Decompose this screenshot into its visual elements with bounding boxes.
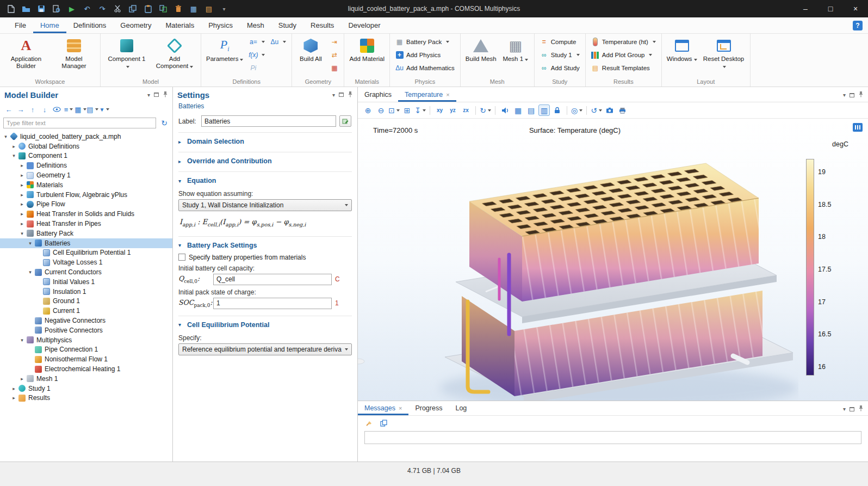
cut-icon[interactable] xyxy=(111,2,124,15)
tree-item-positive-connectors[interactable]: Positive Connectors xyxy=(0,325,172,335)
tree-item-heat-transfer-in-solids-and-fluids[interactable]: ▸Heat Transfer in Solids and Fluids xyxy=(0,209,172,219)
specify-dropdown[interactable]: Reference equilibrium potential and temp… xyxy=(178,343,352,355)
tree-chevron-icon[interactable]: ▸ xyxy=(18,376,26,382)
close-tab-icon[interactable]: × xyxy=(399,405,402,411)
tree-item-materials[interactable]: ▸Materials xyxy=(0,180,172,190)
filter-menu-icon[interactable]: ▼ xyxy=(99,104,110,115)
view-yz-icon[interactable]: yz xyxy=(447,104,458,116)
refresh-icon[interactable]: ↻ xyxy=(159,118,169,128)
build-all-button[interactable]: Build All xyxy=(295,35,326,63)
lock-axes-icon[interactable] xyxy=(551,104,563,116)
undo-icon[interactable]: ↶ xyxy=(80,2,94,15)
back-icon[interactable]: ← xyxy=(3,104,14,115)
soc-input[interactable] xyxy=(213,298,332,309)
application-builder-button[interactable]: A Application Builder xyxy=(3,35,49,70)
temperature-plot-button[interactable]: Temperature (ht) xyxy=(588,35,659,48)
tree-item-negative-connectors[interactable]: Negative Connectors xyxy=(0,316,172,325)
add-study-button[interactable]: ∞Add Study xyxy=(537,61,582,75)
messages-output-box[interactable] xyxy=(364,431,861,444)
menu-home[interactable]: Home xyxy=(33,17,66,33)
tree-item-ground-1[interactable]: Ground 1 xyxy=(0,297,172,306)
legend-settings-icon[interactable] xyxy=(853,123,863,132)
node-grid-menu-icon[interactable]: ▦ xyxy=(75,104,86,115)
float-panel-icon[interactable] xyxy=(850,407,854,411)
section-header-cell-equilibrium-potential[interactable]: ▾ Cell Equilibrium Potential xyxy=(178,319,352,331)
copy-icon[interactable] xyxy=(126,2,139,15)
add-mathematics-button[interactable]: ΔuAdd Mathematics xyxy=(393,61,457,75)
result-templates-button[interactable]: ▤Result Templates xyxy=(588,61,659,75)
tree-chevron-icon[interactable]: ▸ xyxy=(18,221,26,226)
model-manager-button[interactable]: Model Manager xyxy=(51,35,97,70)
update-plot-icon[interactable]: ↻ xyxy=(480,104,491,116)
section-header-override[interactable]: ▸ Override and Contribution xyxy=(178,155,352,167)
tree-chevron-icon[interactable]: ▸ xyxy=(18,173,26,178)
float-panel-icon[interactable] xyxy=(339,93,344,97)
menu-results[interactable]: Results xyxy=(303,17,341,33)
pin-panel-icon[interactable] xyxy=(348,91,353,99)
tree-item-geometry-1[interactable]: ▸Geometry 1 xyxy=(0,170,172,180)
build-mesh-button[interactable]: Build Mesh xyxy=(463,35,499,63)
component-button[interactable]: Component 1 xyxy=(103,35,150,70)
tree-chevron-icon[interactable]: ▾ xyxy=(18,337,26,343)
clear-messages-icon[interactable] xyxy=(363,417,375,429)
image-grid-icon[interactable]: ▦ xyxy=(512,104,524,116)
tree-chevron-icon[interactable]: ▾ xyxy=(27,241,34,246)
plot-data-icon[interactable]: ▤ xyxy=(525,104,537,116)
report-icon[interactable]: ▤ xyxy=(202,2,215,15)
sound-icon[interactable] xyxy=(499,104,511,116)
qat-customize-icon[interactable]: ▾ xyxy=(218,2,231,15)
tree-item-batteries[interactable]: ▾Batteries xyxy=(0,238,172,248)
move-up-icon[interactable]: ↑ xyxy=(27,104,38,115)
redo-icon[interactable]: ↷ xyxy=(96,2,109,15)
float-panel-icon[interactable] xyxy=(154,93,159,97)
float-panel-icon[interactable] xyxy=(850,93,854,97)
save-icon[interactable] xyxy=(35,2,48,15)
new-file-icon[interactable] xyxy=(4,2,17,15)
defeaturing-button[interactable]: ▦ xyxy=(327,61,341,75)
section-header-battery-pack-settings[interactable]: ▾ Battery Pack Settings xyxy=(178,239,352,251)
snapshot-icon[interactable] xyxy=(604,104,615,116)
menu-physics[interactable]: Physics xyxy=(201,17,240,33)
menu-geometry[interactable]: Geometry xyxy=(113,17,158,33)
tab-progress[interactable]: Progress xyxy=(408,401,449,415)
tree-chevron-icon[interactable]: ▾ xyxy=(18,231,26,236)
copy-messages-icon[interactable] xyxy=(378,417,389,429)
menu-study[interactable]: Study xyxy=(271,17,303,33)
tree-item-multiphysics[interactable]: ▾Multiphysics xyxy=(0,335,172,345)
environment-icon[interactable]: ◎ xyxy=(571,104,582,116)
menu-materials[interactable]: Materials xyxy=(158,17,201,33)
menu-developer[interactable]: Developer xyxy=(341,17,387,33)
reset-desktop-button[interactable]: Reset Desktop xyxy=(700,35,747,70)
tree-item-mesh-1[interactable]: ▸Mesh 1 xyxy=(0,374,172,384)
open-file-icon[interactable] xyxy=(20,2,33,15)
panel-menu-icon[interactable]: ▾ xyxy=(332,92,335,98)
menu-mesh[interactable]: Mesh xyxy=(240,17,271,33)
duplicate-icon[interactable] xyxy=(157,2,170,15)
tree-item-insulation-1[interactable]: Insulation 1 xyxy=(0,287,172,297)
tree-chevron-icon[interactable]: ▾ xyxy=(27,269,34,275)
forward-icon[interactable]: → xyxy=(15,104,26,115)
preview-icon[interactable] xyxy=(50,2,63,15)
close-button[interactable]: × xyxy=(843,0,868,17)
pin-panel-icon[interactable] xyxy=(858,405,864,413)
close-tab-icon[interactable]: × xyxy=(446,91,449,98)
add-component-button[interactable]: Add Component xyxy=(151,35,198,70)
pin-panel-icon[interactable] xyxy=(163,91,168,99)
equation-assumption-dropdown[interactable]: Study 1, Wall Distance Initialization xyxy=(178,199,352,211)
tab-messages[interactable]: Messages× xyxy=(358,401,408,415)
tree-item-voltage-losses-1[interactable]: Voltage Losses 1 xyxy=(0,257,172,267)
study1-button[interactable]: ∞Study 1 xyxy=(537,48,582,61)
tree-item-pipe-connection-1[interactable]: Pipe Connection 1 xyxy=(0,345,172,355)
tree-chevron-icon[interactable]: ▸ xyxy=(10,144,17,149)
add-plot-group-button[interactable]: Add Plot Group xyxy=(588,48,659,61)
graphics-canvas[interactable]: Time=72000 s Surface: Temperature (degC)… xyxy=(358,119,868,401)
view-xy-icon[interactable]: xy xyxy=(434,104,445,116)
variables-button[interactable]: a= xyxy=(246,35,268,48)
tree-item-liquid-cooled-battery-pack-a-mph[interactable]: ▾liquid_cooled_battery_pack_a.mph xyxy=(0,132,172,142)
move-down-icon[interactable]: ↓ xyxy=(39,104,50,115)
tree-filter-input[interactable] xyxy=(3,118,156,128)
rename-button[interactable] xyxy=(339,115,351,127)
tree-chevron-icon[interactable]: ▸ xyxy=(10,395,17,401)
help-button[interactable]: ? xyxy=(853,21,863,30)
panel-menu-icon[interactable]: ▾ xyxy=(147,92,150,98)
